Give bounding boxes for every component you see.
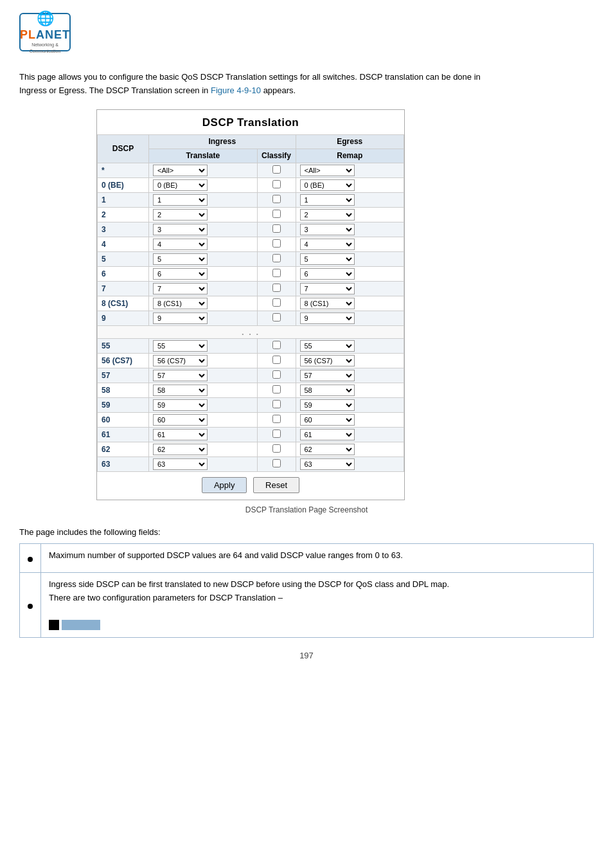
remap-cell[interactable]: 61	[296, 427, 404, 442]
classify-cell[interactable]	[257, 163, 296, 177]
translate-select[interactable]: 7	[153, 283, 208, 294]
remap-cell[interactable]: 58	[296, 383, 404, 397]
remap-cell[interactable]: 62	[296, 442, 404, 457]
translate-select[interactable]: 60	[153, 414, 208, 426]
translate-select[interactable]: 4	[153, 239, 208, 250]
translate-cell[interactable]: 59	[149, 397, 258, 412]
classify-checkbox[interactable]	[272, 195, 281, 203]
classify-cell[interactable]	[257, 266, 296, 281]
classify-cell[interactable]	[257, 207, 296, 222]
translate-select[interactable]: 58	[153, 384, 208, 396]
translate-cell[interactable]: 5	[149, 251, 258, 266]
remap-select[interactable]: 9	[300, 312, 355, 324]
remap-select[interactable]: 55	[300, 340, 355, 352]
classify-checkbox[interactable]	[272, 444, 281, 453]
classify-cell[interactable]	[257, 397, 296, 412]
remap-select[interactable]: 2	[300, 209, 355, 221]
translate-cell[interactable]: 58	[149, 383, 258, 397]
translate-select[interactable]: 61	[153, 429, 208, 440]
remap-select[interactable]: 56 (CS7)	[300, 355, 355, 366]
translate-cell[interactable]: 63	[149, 457, 258, 471]
remap-select[interactable]: 3	[300, 224, 355, 235]
classify-cell[interactable]	[257, 296, 296, 311]
translate-select[interactable]: 9	[153, 312, 208, 324]
translate-cell[interactable]: 9	[149, 311, 258, 325]
translate-cell[interactable]: 56 (CS7)	[149, 353, 258, 368]
classify-checkbox[interactable]	[272, 415, 281, 423]
translate-cell[interactable]: 55	[149, 338, 258, 353]
remap-cell[interactable]: 9	[296, 311, 404, 325]
classify-cell[interactable]	[257, 192, 296, 207]
remap-select[interactable]: 62	[300, 444, 355, 455]
translate-select[interactable]: 55	[153, 340, 208, 352]
translate-cell[interactable]: 7	[149, 281, 258, 296]
translate-select[interactable]: 63	[153, 458, 208, 470]
remap-select[interactable]: 57	[300, 370, 355, 381]
classify-checkbox[interactable]	[272, 269, 281, 277]
remap-cell[interactable]: 6	[296, 266, 404, 281]
remap-cell[interactable]: 7	[296, 281, 404, 296]
classify-checkbox[interactable]	[272, 254, 281, 262]
classify-checkbox[interactable]	[272, 400, 281, 408]
remap-select[interactable]: 8 (CS1)	[300, 298, 355, 309]
classify-cell[interactable]	[257, 338, 296, 353]
translate-cell[interactable]: 6	[149, 266, 258, 281]
classify-cell[interactable]	[257, 311, 296, 325]
remap-cell[interactable]: 8 (CS1)	[296, 296, 404, 311]
classify-cell[interactable]	[257, 412, 296, 427]
translate-cell[interactable]: 3	[149, 222, 258, 237]
remap-cell[interactable]: 0 (BE)	[296, 177, 404, 192]
classify-cell[interactable]	[257, 251, 296, 266]
classify-checkbox[interactable]	[272, 224, 281, 233]
classify-checkbox[interactable]	[272, 239, 281, 248]
classify-cell[interactable]	[257, 442, 296, 457]
translate-cell[interactable]: 0 (BE)	[149, 177, 258, 192]
translate-cell[interactable]: 60	[149, 412, 258, 427]
remap-select[interactable]: 6	[300, 268, 355, 280]
classify-cell[interactable]	[257, 427, 296, 442]
remap-cell[interactable]: 63	[296, 457, 404, 471]
translate-select[interactable]: 59	[153, 399, 208, 411]
classify-checkbox[interactable]	[272, 180, 281, 188]
classify-checkbox[interactable]	[272, 298, 281, 307]
classify-cell[interactable]	[257, 222, 296, 237]
translate-select[interactable]: 56 (CS7)	[153, 355, 208, 366]
remap-cell[interactable]: 1	[296, 192, 404, 207]
remap-select[interactable]: 58	[300, 384, 355, 396]
classify-checkbox[interactable]	[272, 429, 281, 438]
classify-checkbox[interactable]	[272, 284, 281, 292]
translate-select[interactable]: 5	[153, 253, 208, 265]
classify-cell[interactable]	[257, 237, 296, 251]
remap-cell[interactable]: 59	[296, 397, 404, 412]
translate-select[interactable]: 3	[153, 224, 208, 235]
classify-cell[interactable]	[257, 353, 296, 368]
classify-checkbox[interactable]	[272, 210, 281, 218]
classify-checkbox[interactable]	[272, 385, 281, 393]
remap-cell[interactable]: 57	[296, 368, 404, 383]
remap-cell[interactable]: 56 (CS7)	[296, 353, 404, 368]
translate-cell[interactable]: 8 (CS1)	[149, 296, 258, 311]
translate-cell[interactable]: 4	[149, 237, 258, 251]
remap-cell[interactable]: <All>	[296, 163, 404, 177]
remap-cell[interactable]: 4	[296, 237, 404, 251]
remap-select[interactable]: 0 (BE)	[300, 179, 355, 191]
remap-cell[interactable]: 55	[296, 338, 404, 353]
translate-select[interactable]: 0 (BE)	[153, 179, 208, 191]
classify-cell[interactable]	[257, 281, 296, 296]
remap-select[interactable]: 63	[300, 458, 355, 470]
translate-cell[interactable]: 57	[149, 368, 258, 383]
remap-cell[interactable]: 60	[296, 412, 404, 427]
translate-select[interactable]: 2	[153, 209, 208, 221]
remap-select[interactable]: 59	[300, 399, 355, 411]
classify-checkbox[interactable]	[272, 356, 281, 364]
remap-select[interactable]: 7	[300, 283, 355, 294]
classify-cell[interactable]	[257, 457, 296, 471]
remap-select[interactable]: 5	[300, 253, 355, 265]
translate-select[interactable]: 62	[153, 444, 208, 455]
translate-cell[interactable]: 2	[149, 207, 258, 222]
translate-cell[interactable]: <All>	[149, 163, 258, 177]
translate-cell[interactable]: 61	[149, 427, 258, 442]
translate-select[interactable]: 57	[153, 370, 208, 381]
classify-cell[interactable]	[257, 177, 296, 192]
translate-cell[interactable]: 62	[149, 442, 258, 457]
